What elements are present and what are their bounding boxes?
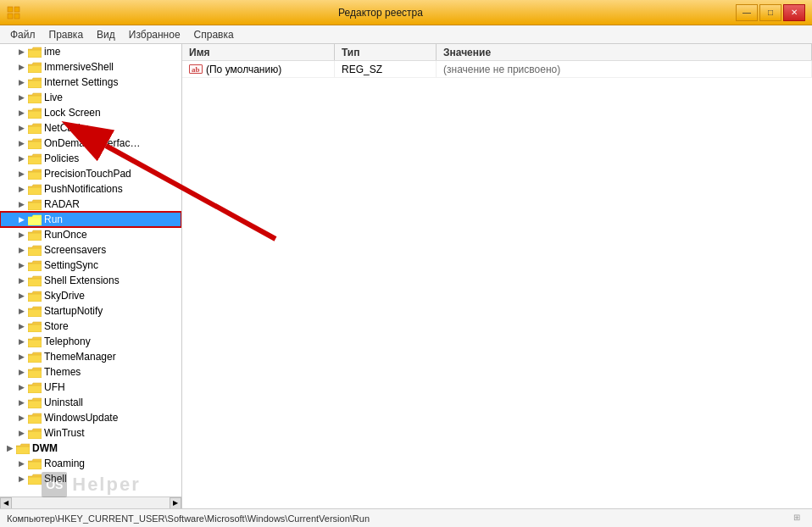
tree-label: UFH bbox=[44, 381, 65, 393]
reg-name-cell: ab (По умолчанию) bbox=[182, 61, 335, 77]
folder-icon bbox=[28, 275, 42, 286]
maximize-button[interactable]: □ bbox=[759, 4, 781, 21]
svg-rect-1 bbox=[14, 7, 19, 12]
tree-item-policies[interactable]: ▶ Policies bbox=[0, 151, 181, 166]
expander-icon: ▶ bbox=[15, 61, 27, 73]
tree-item-shellext[interactable]: ▶ Shell Extensions bbox=[0, 273, 181, 288]
tree-label: ImmersiveShell bbox=[44, 61, 114, 73]
tree-item-netcache[interactable]: ▶ NetCache bbox=[0, 120, 181, 136]
tree-label: ThemeManager bbox=[44, 351, 116, 363]
reg-name-value: (По умолчанию) bbox=[206, 64, 281, 75]
tree-label: Policies bbox=[44, 153, 79, 164]
tree-label: Shell bbox=[44, 473, 67, 485]
tree-label: OnDemandInterfac… bbox=[44, 137, 140, 149]
folder-icon bbox=[28, 336, 42, 347]
tree-item-store[interactable]: ▶ Store bbox=[0, 319, 181, 334]
tree-item-ondemand[interactable]: ▶ OnDemandInterfac… bbox=[0, 136, 181, 151]
tree-label: Store bbox=[44, 320, 69, 332]
expander-icon: ▶ bbox=[15, 381, 27, 393]
tree-item-themes[interactable]: ▶ Themes bbox=[0, 364, 181, 380]
menu-bar: Файл Правка Вид Избранное Справка bbox=[0, 25, 812, 44]
svg-rect-2 bbox=[8, 14, 13, 19]
tree-item-thememgr[interactable]: ▶ ThemeManager bbox=[0, 349, 181, 364]
folder-icon bbox=[28, 230, 42, 241]
tree-item-skydrive[interactable]: ▶ SkyDrive bbox=[0, 288, 181, 303]
expander-icon: ▶ bbox=[15, 351, 27, 363]
minimize-button[interactable]: — bbox=[736, 4, 758, 21]
expander-icon: ▶ bbox=[15, 458, 27, 469]
tree-item-shell[interactable]: ▶ Shell bbox=[0, 471, 181, 486]
folder-icon bbox=[28, 306, 42, 317]
resize-grip: ⊞ bbox=[793, 513, 805, 524]
tree-item-roaming[interactable]: ▶ Roaming bbox=[0, 456, 181, 471]
expander-icon: ▶ bbox=[15, 137, 27, 149]
tree-label: WinTrust bbox=[44, 427, 85, 439]
svg-rect-0 bbox=[8, 7, 13, 12]
expander-icon: ▶ bbox=[15, 198, 27, 210]
folder-icon bbox=[28, 291, 42, 302]
menu-view[interactable]: Вид bbox=[90, 27, 122, 42]
tree-item-settingsync[interactable]: ▶ SettingSync bbox=[0, 258, 181, 273]
folder-icon bbox=[28, 77, 42, 88]
tree-label: Screensavers bbox=[44, 244, 106, 256]
tree-item-screensavers[interactable]: ▶ Screensavers bbox=[0, 242, 181, 258]
tree-item-push[interactable]: ▶ PushNotifications bbox=[0, 181, 181, 197]
registry-row[interactable]: ab (По умолчанию) REG_SZ (значение не пр… bbox=[182, 61, 812, 78]
tree-label: SkyDrive bbox=[44, 290, 85, 302]
close-button[interactable]: ✕ bbox=[783, 4, 805, 21]
tree-label: RADAR bbox=[44, 198, 80, 210]
tree-item-ufh[interactable]: ▶ UFH bbox=[0, 380, 181, 395]
scroll-right-btn[interactable]: ▶ bbox=[170, 497, 181, 509]
tree-scroll[interactable]: ▶ ime ▶ ImmersiveShell ▶ Internet Settin… bbox=[0, 44, 181, 496]
tree-horizontal-scroll[interactable]: ◀ ▶ bbox=[0, 496, 181, 508]
menu-file[interactable]: Файл bbox=[3, 27, 42, 42]
tree-item-precision[interactable]: ▶ PrecisionTouchPad bbox=[0, 166, 181, 181]
folder-icon bbox=[28, 153, 42, 164]
expander-icon: ▶ bbox=[15, 214, 27, 225]
folder-icon bbox=[28, 214, 42, 225]
menu-help[interactable]: Справка bbox=[187, 27, 241, 42]
expander-icon: ▶ bbox=[15, 46, 27, 58]
tree-label: Internet Settings bbox=[44, 76, 118, 88]
tree-item-live[interactable]: ▶ Live bbox=[0, 90, 181, 105]
expander-icon: ▶ bbox=[15, 275, 27, 286]
expander-icon: ▶ bbox=[15, 305, 27, 317]
tree-item-uninstall[interactable]: ▶ Uninstall bbox=[0, 395, 181, 410]
tree-label: DWM bbox=[32, 442, 58, 454]
registry-content[interactable]: ab (По умолчанию) REG_SZ (значение не пр… bbox=[182, 61, 812, 508]
menu-edit[interactable]: Правка bbox=[42, 27, 91, 42]
tree-label: NetCache bbox=[44, 122, 89, 134]
folder-icon bbox=[28, 184, 42, 195]
reg-type-cell: REG_SZ bbox=[335, 61, 437, 77]
menu-favorites[interactable]: Избранное bbox=[122, 27, 187, 42]
tree-label: SettingSync bbox=[44, 259, 98, 271]
tree-item-internet[interactable]: ▶ Internet Settings bbox=[0, 75, 181, 90]
folder-icon bbox=[28, 428, 42, 439]
expander-icon: ▶ bbox=[15, 397, 27, 408]
tree-label: Live bbox=[44, 92, 63, 103]
tree-item-wintrust[interactable]: ▶ WinTrust bbox=[0, 425, 181, 441]
tree-item-runonce[interactable]: ▶ RunOnce bbox=[0, 227, 181, 242]
tree-label: StartupNotify bbox=[44, 305, 103, 317]
expander-icon: ▶ bbox=[15, 259, 27, 271]
tree-item-startupnotify[interactable]: ▶ StartupNotify bbox=[0, 303, 181, 319]
scroll-left-btn[interactable]: ◀ bbox=[0, 497, 12, 509]
tree-item-telephony[interactable]: ▶ Telephony bbox=[0, 334, 181, 349]
tree-item-immersive[interactable]: ▶ ImmersiveShell bbox=[0, 59, 181, 75]
folder-icon bbox=[28, 138, 42, 149]
tree-item-dwm[interactable]: ▶ DWM bbox=[0, 441, 181, 456]
status-path: Компьютер\HKEY_CURRENT_USER\Software\Mic… bbox=[7, 513, 370, 524]
tree-item-winupdate[interactable]: ▶ WindowsUpdate bbox=[0, 410, 181, 425]
expander-icon: ▶ bbox=[3, 442, 15, 454]
tree-item-lockscreen[interactable]: ▶ Lock Screen bbox=[0, 105, 181, 120]
folder-icon bbox=[28, 397, 42, 408]
expander-icon: ▶ bbox=[15, 107, 27, 119]
tree-label: Shell Extensions bbox=[44, 275, 120, 286]
tree-label: Run bbox=[44, 214, 63, 225]
tree-item-radar[interactable]: ▶ RADAR bbox=[0, 197, 181, 212]
expander-icon: ▶ bbox=[15, 427, 27, 439]
window-controls: — □ ✕ bbox=[736, 4, 805, 21]
tree-item-ime[interactable]: ▶ ime bbox=[0, 44, 181, 59]
tree-item-run[interactable]: ▶ Run bbox=[0, 212, 181, 227]
folder-icon bbox=[28, 367, 42, 378]
